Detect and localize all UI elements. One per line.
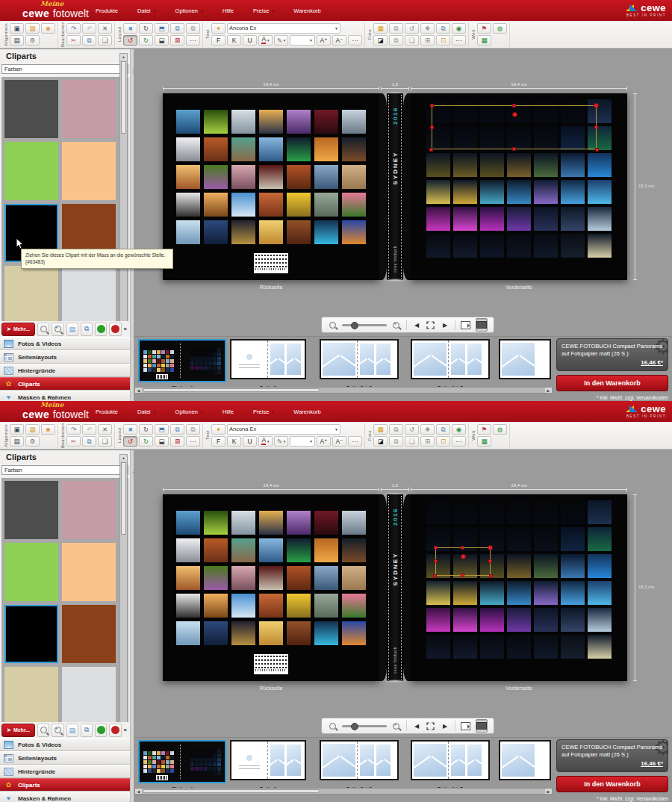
online-cliparts-button[interactable] [95,724,107,737]
scroll-up-icon[interactable]: ▲ [120,455,127,461]
align-button[interactable]: ⧉ [186,23,200,34]
insert-photo-button[interactable]: ▦ [373,23,388,34]
remove-frame-button[interactable]: ⊠ [170,35,184,46]
photo-ok-button[interactable]: ◉ [452,424,466,435]
photo-ok-button[interactable]: ◉ [452,23,466,34]
more-photo-button[interactable]: ⋯ [452,436,466,447]
back-cover[interactable] [163,93,379,280]
more-layout-button[interactable]: ⋯ [186,35,200,46]
undo-layout-button[interactable]: ↺ [123,35,137,46]
single-page-view-button[interactable] [461,720,470,732]
fit-view-button[interactable] [426,720,435,732]
spine-year-text[interactable]: 2016 [392,107,399,125]
more-button[interactable]: ➤Mehr... [1,323,35,336]
next-page-button[interactable]: ▶ [441,720,449,732]
bold-button[interactable]: F [211,436,225,447]
resize-handle[interactable] [430,104,434,108]
single-page-view-button[interactable] [461,319,470,331]
send-back-button[interactable]: ⬓ [155,35,169,46]
next-page-button[interactable]: ▶ [441,319,449,331]
resize-handle[interactable] [594,103,599,108]
redo-layout-button[interactable]: ↻ [139,35,153,46]
sidebar-item-masken-rahmen[interactable]: ♥Masken & Rahmen [0,792,130,802]
resize-handle[interactable] [488,559,492,563]
sidebar-item-hintergr-nde[interactable]: Hintergründe [0,364,130,377]
menu-hilfe[interactable]: Hilfe [223,408,234,415]
color-swatch-2[interactable] [4,543,58,601]
book-spine[interactable]: 2016 SYDNEY cewe fotobuch [387,93,403,280]
font-larger-button[interactable]: A⁺ [317,436,331,447]
bold-button[interactable]: F [211,35,225,46]
settings-button[interactable]: ⚙ [25,436,40,447]
font-size-select[interactable]: ▼ [290,35,315,46]
undo-button[interactable]: ↶ [82,23,96,34]
web-assistant-button[interactable]: ⚑ [477,424,491,435]
page-thumbnail[interactable] [320,339,399,379]
photo-collage-button[interactable]: ⊞ [420,35,435,46]
photo-effects-button[interactable]: ⧉ [389,424,403,435]
spine-title-text[interactable]: SYDNEY [392,553,399,586]
color-swatch-6[interactable] [4,667,58,722]
rotate-handle[interactable] [461,554,466,559]
menu-warenkorb[interactable]: Warenkorb [293,408,320,415]
save-button[interactable]: ▣ [10,23,24,34]
filmstrip-scrollbar[interactable]: ◀ ▶ [134,788,553,795]
arrange-button[interactable]: ⧉ [170,424,184,435]
sidebar-item-masken-rahmen[interactable]: ♥Masken & Rahmen [0,391,130,401]
print-clipart-button[interactable]: ▤ [66,724,78,737]
resize-handle[interactable] [512,104,516,108]
panel-splitter[interactable]: ⋮⋮ [130,49,134,401]
open-button[interactable]: ▨ [25,23,40,34]
fit-view-button[interactable] [426,319,435,331]
menu-preise[interactable]: Preise▾ [253,7,274,14]
back-cover[interactable] [163,494,379,681]
more-text-button[interactable]: ⋯ [348,436,362,447]
price-value[interactable]: 16,46 €* [561,359,663,367]
color-swatch-3[interactable] [62,142,116,200]
scrollbar-thumb[interactable] [121,61,126,134]
insert-photo-button[interactable]: ▦ [373,424,388,435]
zoom-out-small-button[interactable] [37,323,49,336]
page-thumbnail[interactable] [230,339,306,379]
filmstrip-scrollbar[interactable]: ◀ ▶ [134,387,553,394]
bring-forward-button[interactable]: ⬒ [155,23,169,34]
add-to-cart-button[interactable]: In den Warenkorb [556,375,668,391]
add-text-button[interactable]: ✦ [211,424,225,435]
price-value[interactable]: 16,46 €* [561,760,663,768]
zoom-in-small-button[interactable] [52,323,63,336]
filmstrip-thumb-einband[interactable]: Einband [138,740,226,783]
resize-handle[interactable] [461,546,464,550]
delete-button[interactable]: ✕ [98,23,112,34]
spine-title-text[interactable]: SYDNEY [392,152,399,185]
filmstrip-thumb-seite-2-3[interactable]: Seite 2 + 3 [320,740,399,780]
filmstrip-thumb-partial[interactable] [499,740,554,780]
underline-button[interactable]: U [243,436,257,447]
sidebar-item-fotos-videos[interactable]: ▲Fotos & Videos [0,337,130,350]
copy-button[interactable]: ⧉ [82,436,96,447]
underline-button[interactable]: U [243,35,257,46]
resize-handle[interactable] [594,125,598,129]
save-as-button[interactable]: ▤ [10,436,24,447]
font-smaller-button[interactable]: A⁻ [332,35,346,46]
redo-button[interactable]: ↷ [66,424,81,435]
photo-swap-button[interactable]: ⧉ [389,436,403,447]
filmstrip-thumb-einband[interactable]: Einband [138,339,226,382]
more-layout-button[interactable]: ⋯ [186,436,200,447]
online-cliparts-button[interactable] [95,323,107,336]
web-globe-button[interactable]: ◍ [493,23,507,34]
zoom-slider[interactable] [342,725,387,727]
page-thumbnail[interactable] [320,740,399,780]
save-button[interactable]: ▣ [10,424,24,435]
pages-view-button[interactable]: ⧉ [81,323,93,336]
color-swatch-7[interactable] [62,266,116,321]
more-text-button[interactable]: ⋯ [348,35,362,46]
scroll-left-icon[interactable]: ◀ [135,388,142,393]
premium-cliparts-button[interactable] [109,724,121,737]
book-spine[interactable]: 2016 SYDNEY cewe fotobuch [387,494,403,681]
remove-frame-button[interactable]: ⊠ [170,436,184,447]
resize-handle[interactable] [595,148,599,152]
rotate-button[interactable]: ↻ [139,424,153,435]
cut-button[interactable]: ✂ [66,436,81,447]
page-thumbnail[interactable] [411,339,490,379]
settings-button[interactable]: ⚙ [25,35,40,46]
